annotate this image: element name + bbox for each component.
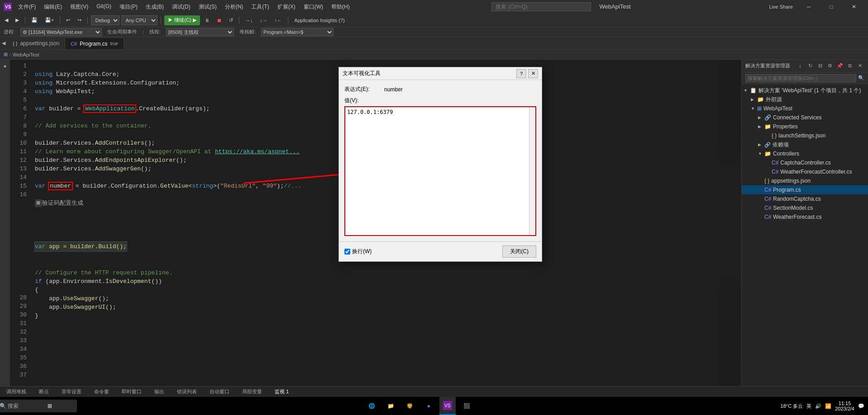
sidebar-breakpoint-icon[interactable]: ● xyxy=(0,61,10,71)
bottom-tab-output[interactable]: 输出 xyxy=(152,387,167,397)
platform-select[interactable]: Any CPU xyxy=(121,15,157,25)
toolbar-save-all[interactable]: 💾+ xyxy=(42,15,57,25)
close-action-button[interactable]: 关闭(C) xyxy=(502,245,536,258)
bottom-tab-callstack[interactable]: 调用堆栈 xyxy=(4,387,29,397)
menu-view[interactable]: 视图(V) xyxy=(67,2,92,12)
vs-logo: VS xyxy=(4,3,12,11)
taskbar-notification[interactable]: 💬 xyxy=(858,403,864,409)
se-options-btn[interactable]: ⚙ xyxy=(825,61,835,71)
tree-appsettings[interactable]: ▶ { } appsettings.json xyxy=(742,176,868,185)
tree-solution[interactable]: ▼ 📋 解决方案 'WebApiTest' (1 个项目，共 1 个) xyxy=(742,86,868,95)
tab-appsettings[interactable]: { } appsettings.json xyxy=(7,38,65,49)
toolbar-save[interactable]: 💾 xyxy=(29,15,40,25)
se-refresh-btn[interactable]: ↻ xyxy=(806,61,815,71)
expression-label: 表达式(E): xyxy=(344,85,381,93)
tree-captcha-controller[interactable]: ▶ C# CaptchaController.cs xyxy=(742,158,868,167)
bottom-tab-errors[interactable]: 错误列表 xyxy=(174,387,200,397)
tree-project[interactable]: ▼ ⊞ WebApiTest xyxy=(742,104,868,113)
menu-project[interactable]: 项目(P) xyxy=(116,2,141,12)
dialog-scrollbar[interactable] xyxy=(529,107,535,235)
taskbar-search-bar[interactable]: 🔍 🔍 搜索 xyxy=(0,400,77,412)
toolbar-back[interactable]: ◀ xyxy=(2,15,11,25)
tree-weather-controller[interactable]: ▶ C# WeatherForecastController.cs xyxy=(742,167,868,176)
tree-connected-services[interactable]: ▶ 🔗 Connected Services xyxy=(742,113,868,122)
taskbar-task-view[interactable]: ⊞ xyxy=(42,397,58,415)
restart-button[interactable]: ↺ xyxy=(226,15,236,25)
pause-button[interactable]: ⏸ xyxy=(202,15,212,25)
step-over[interactable]: →↓ xyxy=(243,15,256,25)
taskbar-clock[interactable]: 11:15 2023/2/4 xyxy=(835,401,854,411)
tree-external[interactable]: ▶ 📁 外部源 xyxy=(742,95,868,104)
tree-controllers[interactable]: ▼ 📁 Controllers xyxy=(742,149,868,158)
menu-file[interactable]: 文件(F) xyxy=(14,2,39,12)
se-sync-btn[interactable]: ↕ xyxy=(796,61,805,71)
menu-test[interactable]: 测试(S) xyxy=(195,2,220,12)
bottom-tab-exceptions[interactable]: 异常设置 xyxy=(59,387,84,397)
sep2 xyxy=(60,17,60,24)
minimize-button[interactable]: ─ xyxy=(798,0,819,14)
title-bar: VS 文件(F) 编辑(E) 视图(V) Git(G) 项目(P) 生成(B) … xyxy=(0,0,868,14)
tree-sectionmodel[interactable]: ▶ C# SectionModel.cs xyxy=(742,203,868,212)
process-select[interactable]: ⚙ [13164] WebApiTest.exe xyxy=(20,28,102,36)
toolbar-redo[interactable]: ↪ xyxy=(75,15,84,25)
tree-programcs[interactable]: ▶ C# Program.cs xyxy=(742,185,868,194)
svg-text:VS: VS xyxy=(5,5,11,9)
thread-select[interactable]: [8508] 主线程 xyxy=(166,28,234,36)
tree-randomcaptcha[interactable]: ▶ C# RandomCaptcha.cs xyxy=(742,194,868,203)
menu-build[interactable]: 生成(B) xyxy=(142,2,167,12)
dialog-help-button[interactable]: ? xyxy=(516,69,526,78)
se-search-input[interactable] xyxy=(745,74,856,82)
global-search[interactable] xyxy=(491,2,591,11)
menu-help[interactable]: 帮助(H) xyxy=(328,2,353,12)
taskbar-vs-pinned[interactable]: VS xyxy=(439,397,456,415)
insights-button[interactable]: Application Insights (?) xyxy=(291,15,347,25)
taskbar-brave[interactable]: 🦁 xyxy=(401,397,418,415)
dialog-close-button[interactable]: ✕ xyxy=(528,69,538,78)
tree-launchsettings[interactable]: ▶ { } launchSettings.json xyxy=(742,131,868,140)
se-pin-btn[interactable]: 📌 xyxy=(835,61,844,71)
taskbar-explorer[interactable]: 📁 xyxy=(382,397,399,415)
menu-extend[interactable]: 扩展(X) xyxy=(274,2,299,12)
menu-analyze[interactable]: 分析(N) xyxy=(221,2,247,12)
cs-icon: C# xyxy=(764,205,771,211)
menu-tools[interactable]: 工具(T) xyxy=(248,2,272,12)
toolbar-undo[interactable]: ↩ xyxy=(63,15,73,25)
se-undock-btn[interactable]: ⧉ xyxy=(845,61,854,71)
menu-git[interactable]: Git(G) xyxy=(93,2,115,12)
bottom-tab-immediate[interactable]: 即时窗口 xyxy=(119,387,144,397)
taskbar-chrome[interactable]: ● xyxy=(420,397,437,415)
menu-debug[interactable]: 调试(D) xyxy=(168,2,194,12)
se-collapse-btn[interactable]: ⊟ xyxy=(816,61,825,71)
menu-edit[interactable]: 编辑(E) xyxy=(40,2,66,12)
tree-programcs-label: Program.cs xyxy=(773,187,801,193)
taskbar-edge[interactable]: 🌐 xyxy=(363,397,380,415)
value-textarea[interactable]: 127.0.0.1:6379 xyxy=(345,107,529,234)
tree-deps[interactable]: ▶ 🔗 依赖项 xyxy=(742,140,868,149)
tree-weatherforecast[interactable]: ▶ C# WeatherForecast.cs xyxy=(742,212,868,222)
step-out[interactable]: ↑← xyxy=(272,15,285,25)
menu-bar: 文件(F) 编辑(E) 视图(V) Git(G) 项目(P) 生成(B) 调试(… xyxy=(14,2,353,12)
taskbar-terminal[interactable]: ⬛ xyxy=(458,397,475,415)
tree-properties[interactable]: ▶ 📁 Properties xyxy=(742,122,868,131)
maximize-button[interactable]: □ xyxy=(821,0,842,14)
bottom-tab-watch[interactable]: 监视 1 xyxy=(272,387,291,397)
stop-button[interactable]: ⏹ xyxy=(214,15,224,25)
debug-config-select[interactable]: Debug xyxy=(91,15,119,25)
taskbar-lang: 英 xyxy=(806,403,811,410)
replace-checkbox[interactable] xyxy=(344,249,350,255)
tab-close-icon[interactable]: true xyxy=(110,41,118,46)
close-button[interactable]: ✕ xyxy=(844,0,864,14)
stack-select[interactable]: Program.<Main>$ xyxy=(261,28,334,36)
run-button[interactable]: ▶ 继续(C) ▶ xyxy=(164,15,200,25)
taskbar-search[interactable]: 🔍 🔍 搜索 xyxy=(24,397,40,415)
se-close-btn[interactable]: ✕ xyxy=(855,61,864,71)
step-into[interactable]: ↓→ xyxy=(257,15,270,25)
bottom-tab-breakpoints[interactable]: 断点 xyxy=(36,387,52,397)
bottom-tab-command[interactable]: 命令窗 xyxy=(91,387,112,397)
tree-arrow-icon: ▶ xyxy=(758,142,763,147)
toolbar-forward[interactable]: ▶ xyxy=(13,15,22,25)
bottom-tab-auto[interactable]: 自动窗口 xyxy=(207,387,232,397)
menu-window[interactable]: 窗口(W) xyxy=(300,2,327,12)
tab-programcs[interactable]: C# Program.cs true xyxy=(65,38,124,49)
bottom-tab-locals[interactable]: 局部变量 xyxy=(239,387,265,397)
